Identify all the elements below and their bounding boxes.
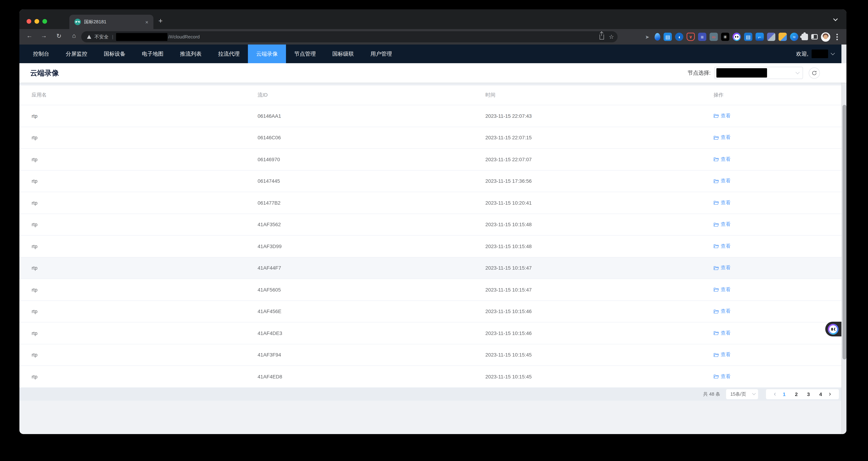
view-button[interactable]: 查看: [714, 286, 731, 293]
forward-button[interactable]: →: [39, 32, 49, 39]
table-row: rtp 41AF456E 2023-11-15 10:15:46 查看: [20, 301, 846, 322]
scrollbar-thumb[interactable]: [842, 105, 846, 359]
table-row: rtp 41AF3D99 2023-11-15 10:15:48 查看: [20, 235, 846, 257]
cell-app-name: rtp: [32, 157, 257, 162]
view-button[interactable]: 查看: [714, 352, 731, 358]
page-button-4[interactable]: 4: [814, 391, 827, 397]
cell-time: 2023-11-15 10:20:41: [485, 200, 714, 206]
balloon-extension-icon[interactable]: [655, 33, 660, 40]
view-button[interactable]: 查看: [714, 373, 731, 380]
cell-time: 2023-11-15 10:15:45: [485, 374, 714, 380]
new-tab-button[interactable]: +: [158, 17, 162, 25]
lock-doc-extension-icon[interactable]: ⌐: [755, 33, 764, 41]
extensions-row: ➤▤◖∨≡∞✳▤⌐≈: [643, 29, 841, 44]
browser-toolbar: ← → ↻ ⌂ 不安全 | /#/cloudRecord ☆ ➤▤◖∨≡∞✳▤⌐…: [20, 29, 846, 44]
tab-search-chevron-icon[interactable]: [833, 17, 838, 21]
bird-circle-extension-icon[interactable]: ◖: [675, 33, 683, 41]
view-button[interactable]: 查看: [714, 265, 731, 271]
nav-item-console[interactable]: 控制台: [25, 44, 58, 63]
close-window-button[interactable]: [27, 19, 31, 24]
robot-extension-icon[interactable]: ∞: [710, 33, 718, 41]
page-button-1[interactable]: 1: [778, 391, 790, 397]
page-title: 云端录像: [30, 68, 59, 78]
monica-extension-icon[interactable]: [733, 33, 741, 41]
url-path: /#/cloudRecord: [168, 34, 200, 39]
page-button-2[interactable]: 2: [790, 391, 802, 397]
tab-close-icon[interactable]: ×: [144, 19, 150, 25]
chevron-down-icon: [796, 70, 800, 74]
desktop: 国标28181 × + ← → ↻ ⌂ 不安全 | /#/cloudRecord…: [0, 0, 868, 461]
home-button[interactable]: ⌂: [69, 32, 79, 39]
page-size-select[interactable]: 15条/页: [726, 389, 758, 399]
minimize-window-button[interactable]: [34, 19, 39, 24]
view-button[interactable]: 查看: [714, 112, 731, 119]
blue-swirl-extension-icon[interactable]: ≈: [790, 33, 798, 41]
view-button[interactable]: 查看: [714, 134, 731, 141]
node-select[interactable]: [714, 67, 803, 79]
cell-app-name: rtp: [32, 200, 257, 206]
view-button[interactable]: 查看: [714, 330, 731, 336]
back-button[interactable]: ←: [25, 32, 34, 39]
yellow-blob-extension-icon[interactable]: [779, 33, 787, 41]
cell-stream-id: 41AF5605: [257, 287, 485, 293]
nav-item-user[interactable]: 用户管理: [362, 44, 400, 63]
cell-stream-id: 41AF44F7: [257, 265, 485, 271]
browser-menu-icon[interactable]: [836, 36, 838, 37]
striped-list-extension-icon[interactable]: ≡: [698, 33, 706, 41]
cell-app-name: rtp: [32, 243, 257, 249]
profile-avatar[interactable]: [821, 32, 830, 41]
nav-item-pull[interactable]: 拉流代理: [210, 44, 248, 63]
view-button[interactable]: 查看: [714, 199, 731, 206]
view-label: 查看: [721, 373, 731, 380]
scrollbar-track[interactable]: [841, 44, 846, 434]
share-icon[interactable]: [599, 34, 604, 39]
angular-extension-icon[interactable]: [767, 33, 775, 41]
cell-stream-id: 06146AA1: [257, 113, 485, 119]
next-page-button[interactable]: ›: [827, 390, 833, 398]
notebook-extension-icon[interactable]: ▤: [744, 33, 752, 41]
table-row: rtp 06146970 2023-11-15 22:07:07 查看: [20, 149, 846, 170]
cell-stream-id: 06146970: [257, 157, 485, 162]
user-menu[interactable]: 欢迎,: [796, 44, 834, 63]
nav-item-cloud[interactable]: 云端录像: [248, 44, 286, 63]
nav-item-cascade[interactable]: 国标级联: [324, 44, 362, 63]
zoom-window-button[interactable]: [42, 19, 47, 24]
cell-stream-id: 41AF4DE3: [257, 330, 485, 336]
cell-app-name: rtp: [32, 265, 257, 271]
view-button[interactable]: 查看: [714, 178, 731, 184]
nav-item-map[interactable]: 电子地图: [134, 44, 172, 63]
welcome-label: 欢迎,: [796, 51, 808, 57]
table-header-row: 应用名 流ID 时间 操作: [20, 86, 846, 105]
view-button[interactable]: 查看: [714, 243, 731, 249]
reload-button[interactable]: ↻: [54, 32, 64, 40]
black-pattern-extension-icon[interactable]: ✳: [721, 33, 729, 41]
prev-page-button[interactable]: ‹: [772, 390, 778, 398]
browser-tab[interactable]: 国标28181 ×: [69, 15, 153, 29]
nav-item-device[interactable]: 国标设备: [96, 44, 134, 63]
url-bar[interactable]: 不安全 | /#/cloudRecord ☆: [81, 31, 618, 42]
chevron-down-icon: [752, 392, 756, 395]
shield-extension-icon[interactable]: ∨: [687, 33, 695, 41]
side-panel-icon[interactable]: [811, 34, 818, 39]
extensions-puzzle-icon[interactable]: [802, 34, 808, 40]
column-action: 操作: [714, 92, 846, 98]
pagination: ‹ 1234 ›: [766, 389, 839, 399]
view-button[interactable]: 查看: [714, 308, 731, 315]
page-button-3[interactable]: 3: [802, 391, 815, 397]
send-extension-icon[interactable]: ➤: [643, 33, 651, 41]
recordings-table: 应用名 流ID 时间 操作 rtp 06146AA1 2023-11-15 22…: [20, 86, 846, 388]
cell-app-name: rtp: [32, 330, 257, 336]
card-extension-icon[interactable]: ▤: [663, 33, 672, 41]
bookmark-star-icon[interactable]: ☆: [609, 34, 614, 40]
refresh-button[interactable]: [809, 67, 820, 78]
nav-item-node[interactable]: 节点管理: [286, 44, 324, 63]
nav-item-split[interactable]: 分屏监控: [58, 44, 96, 63]
cell-stream-id: 41AF4ED8: [257, 374, 485, 380]
ai-assistant-widget[interactable]: [825, 322, 841, 336]
view-button[interactable]: 查看: [714, 221, 731, 228]
view-button[interactable]: 查看: [714, 156, 731, 162]
view-label: 查看: [721, 308, 731, 315]
nav-item-push[interactable]: 推流列表: [172, 44, 210, 63]
cell-time: 2023-11-15 22:07:15: [485, 135, 714, 140]
page-header: 云端录像 节点选择:: [20, 63, 846, 83]
